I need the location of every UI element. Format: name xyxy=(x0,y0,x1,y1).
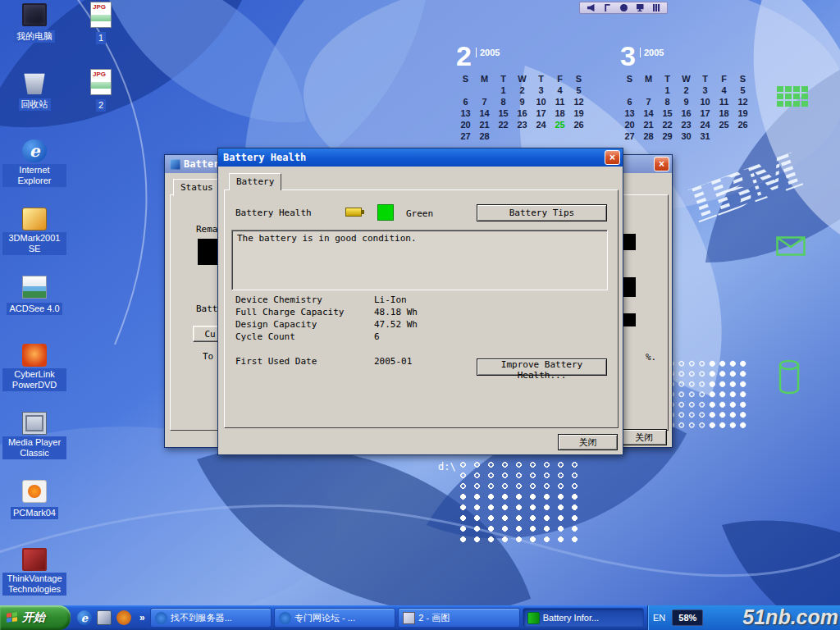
taskbar-task-button[interactable]: Battery Infor... xyxy=(523,608,644,628)
task-icon xyxy=(155,612,167,624)
quick-launch-icon[interactable] xyxy=(97,610,112,625)
wallpaper-drive-label: d:\ xyxy=(438,461,456,472)
close-button[interactable]: 关闭 xyxy=(558,434,618,450)
calendar-day: 17 xyxy=(696,107,714,119)
close-button[interactable]: 关闭 xyxy=(621,429,667,445)
battery-icon xyxy=(345,208,362,217)
calendar-day: 7 xyxy=(639,96,658,107)
task-label: 2 - 画图 xyxy=(418,612,514,624)
condition-textbox[interactable]: The battery is in good condition. xyxy=(231,230,608,290)
tab-status[interactable]: Status xyxy=(173,179,221,196)
calendar-dow: F xyxy=(550,73,569,84)
task-label: 专门网论坛 - ... xyxy=(294,612,390,624)
desktop-icon-label: 我的电脑 xyxy=(14,30,55,43)
language-indicator[interactable]: EN xyxy=(653,613,665,623)
osd-notes-icon xyxy=(604,4,611,11)
calendar-dow: T xyxy=(696,73,714,84)
calendar-day: 4 xyxy=(714,84,733,96)
desktop-icon-jpg[interactable]: JPG 2 xyxy=(79,69,123,135)
field-label: First Used Date xyxy=(235,356,374,367)
close-icon[interactable]: × xyxy=(654,157,669,171)
calendar-day: 8 xyxy=(658,96,677,107)
battery-fields: Device ChemistryLi-Ion Full Charge Capac… xyxy=(235,294,564,368)
calendar-day: 13 xyxy=(620,107,639,119)
field-row: Design Capacity47.52 Wh xyxy=(235,319,564,331)
title-bar[interactable]: Battery Health × xyxy=(218,148,623,167)
calendar-day: 2 xyxy=(677,84,696,96)
task-label: Battery Infor... xyxy=(543,613,639,623)
improve-battery-health-button[interactable]: Improve Battery Health... xyxy=(477,358,607,376)
battery-percent-indicator[interactable]: 58% xyxy=(672,609,703,626)
calendar-dow: W xyxy=(513,73,532,84)
calendar-dow: S xyxy=(733,73,752,84)
start-button[interactable]: 开始 xyxy=(0,605,71,630)
field-label: Full Charge Capacity xyxy=(235,307,374,317)
quick-launch-icon[interactable] xyxy=(116,610,131,625)
taskbar-task-button[interactable]: 2 - 画图 xyxy=(398,608,519,628)
task-label: 找不到服务器... xyxy=(171,612,267,624)
calendar-dow: S xyxy=(620,73,639,84)
calendar-day: 17 xyxy=(532,107,550,119)
calendar-day: 27 xyxy=(620,130,639,142)
task-button-area: 找不到服务器... 专门网论坛 - ... 2 - 画图 Battery Inf… xyxy=(147,608,647,628)
health-value: Green xyxy=(406,208,433,219)
desktop-icon[interactable]: e Internet Explorer xyxy=(2,139,67,206)
tab-battery[interactable]: Battery xyxy=(229,173,281,190)
desktop-icon[interactable]: 3DMark2001 SE xyxy=(2,208,67,274)
calendar-day xyxy=(714,130,733,142)
watermark: 51nb.com xyxy=(742,605,838,629)
desktop-icon[interactable]: 我的电脑 xyxy=(2,3,67,70)
calendar-day: 10 xyxy=(532,96,550,107)
desktop-icon[interactable]: 回收站 xyxy=(2,71,67,138)
calendar-dow: F xyxy=(714,73,733,84)
quick-launch: e xyxy=(71,610,138,625)
desktop-icon-image xyxy=(22,344,47,367)
calendar-day: 16 xyxy=(677,107,696,119)
desktop-icon-jpg[interactable]: JPG 1 xyxy=(79,2,123,67)
calendar-day: 22 xyxy=(494,119,513,130)
desktop-icon[interactable]: PCMark04 xyxy=(2,480,67,546)
desktop-icon[interactable]: Media Player Classic xyxy=(2,412,67,478)
task-icon xyxy=(279,612,291,624)
desktop-icon-label: ThinkVantage Technologies xyxy=(2,573,66,596)
calendar-day xyxy=(639,84,658,96)
close-icon[interactable]: × xyxy=(605,150,620,165)
battery-tips-button[interactable]: Battery Tips xyxy=(477,204,607,221)
calendar-day: 18 xyxy=(550,107,569,119)
desktop-icon[interactable]: CyberLink PowerDVD xyxy=(2,344,67,410)
calendar-day: 1 xyxy=(494,84,513,96)
desktop-icon-label: 2 xyxy=(96,99,106,112)
field-label: Design Capacity xyxy=(235,319,374,330)
calendar-dow: S xyxy=(569,73,588,84)
desktop-icon[interactable]: ThinkVantage Technologies xyxy=(2,548,67,614)
calendar-day: 15 xyxy=(494,107,513,119)
calendar-day: 9 xyxy=(677,96,696,107)
quick-launch-overflow-chevron[interactable]: » xyxy=(138,612,147,623)
calendar-day: 25 xyxy=(714,119,733,130)
calendar-dow: T xyxy=(658,73,677,84)
calendar-day: 23 xyxy=(513,119,532,130)
calendar-day: 12 xyxy=(733,96,752,107)
taskbar-task-button[interactable]: 找不到服务器... xyxy=(150,608,272,628)
calendar-day: 30 xyxy=(677,130,696,142)
calendar-day: 5 xyxy=(733,84,752,96)
desktop-icon[interactable]: ACDSee 4.0 xyxy=(2,276,67,342)
calendar-day: 6 xyxy=(456,96,475,107)
calendar-day: 14 xyxy=(639,107,658,119)
battery-gauge-fragment xyxy=(198,239,219,265)
calendar-day: 14 xyxy=(475,107,494,119)
jpg-file-icon: JPG xyxy=(90,69,112,95)
taskbar-task-button[interactable]: 专门网论坛 - ... xyxy=(274,608,395,628)
battery-health-dialog: Battery Health × Battery Battery Health … xyxy=(217,148,623,455)
calendar-dow: M xyxy=(475,73,494,84)
calendar-day xyxy=(733,130,752,142)
calendar-day: 28 xyxy=(475,130,494,142)
calendar-day: 26 xyxy=(569,119,588,130)
calendar-day xyxy=(475,84,494,96)
quick-launch-icon[interactable]: e xyxy=(77,610,92,625)
calendar-day: 4 xyxy=(550,84,569,96)
calendar-day xyxy=(513,130,532,142)
calendar-day: 16 xyxy=(513,107,532,119)
calendar-march: 3 2005 SMTWTFS 1234567891011121314151617… xyxy=(620,43,752,142)
calendar-dow-row: SMTWTFS xyxy=(620,73,752,84)
